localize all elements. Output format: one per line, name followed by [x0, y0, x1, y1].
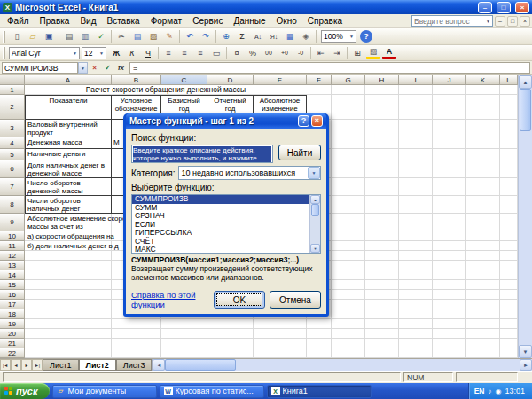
dialog-help-icon[interactable]: ? — [298, 115, 309, 127]
row-header-21[interactable]: 21 — [0, 339, 25, 348]
vertical-scroll-track[interactable] — [519, 89, 532, 345]
cell-H17[interactable] — [365, 300, 399, 309]
cell-H4[interactable] — [365, 137, 399, 149]
cell-J5[interactable] — [433, 149, 466, 160]
cell-L3[interactable] — [500, 120, 518, 137]
cell-K18[interactable] — [466, 309, 500, 319]
question-input[interactable]: Введите вопрос ▼ — [411, 15, 493, 27]
cell-A18[interactable] — [25, 309, 112, 319]
cell-I9[interactable] — [399, 214, 433, 231]
cell-E22[interactable] — [254, 348, 307, 358]
cell-A19[interactable] — [25, 319, 112, 329]
row-header-8[interactable]: 8 — [0, 196, 25, 214]
align-center-icon[interactable]: ≡ — [177, 46, 192, 59]
workbook-minimize-button[interactable]: – — [495, 16, 505, 27]
toolbar-grip[interactable] — [3, 31, 5, 43]
cell-H2[interactable] — [365, 95, 399, 120]
cell-J21[interactable] — [433, 339, 466, 348]
cell-J9[interactable] — [433, 214, 466, 231]
cell-J13[interactable] — [433, 261, 466, 270]
cell-I20[interactable] — [399, 329, 433, 339]
cell-K22[interactable] — [466, 348, 500, 358]
name-box-dropdown-icon[interactable]: ▼ — [78, 62, 88, 74]
cell-H8[interactable] — [365, 196, 399, 214]
cell-L19[interactable] — [500, 319, 518, 329]
cell-E21[interactable] — [254, 339, 307, 348]
first-sheet-icon[interactable]: |◄ — [0, 359, 11, 371]
cell-K20[interactable] — [466, 329, 500, 339]
format-painter-icon[interactable]: ✎ — [162, 30, 176, 43]
font-size-select[interactable]: 12 ▼ — [82, 47, 106, 59]
cell-L21[interactable] — [500, 339, 518, 348]
cell-G1[interactable] — [332, 85, 365, 95]
formula-input[interactable]: = — [129, 62, 530, 74]
sheet-tab-Лист3[interactable]: Лист3 — [116, 359, 153, 371]
cell-F20[interactable] — [307, 329, 332, 339]
column-header-G[interactable]: G — [332, 75, 365, 85]
cell-F22[interactable] — [307, 348, 332, 358]
save-icon[interactable]: ▣ — [42, 30, 56, 43]
function-item-СЧЁТ[interactable]: СЧЁТ — [132, 238, 309, 246]
bold-icon[interactable]: Ж — [109, 46, 123, 59]
borders-icon[interactable]: ⊞ — [350, 46, 364, 59]
italic-icon[interactable]: К — [125, 46, 139, 59]
column-header-H[interactable]: H — [365, 75, 399, 85]
cell-B20[interactable] — [112, 329, 161, 339]
cell-A14[interactable] — [25, 270, 112, 280]
cell-G7[interactable] — [332, 178, 365, 196]
row-header-12[interactable]: 12 — [0, 251, 25, 261]
cell-H20[interactable] — [365, 329, 399, 339]
print-preview-icon[interactable]: ▥ — [78, 30, 92, 43]
cell-L5[interactable] — [500, 149, 518, 160]
cell-J3[interactable] — [433, 120, 466, 137]
spelling-icon[interactable]: ✓ — [94, 30, 108, 43]
sort-descending-icon[interactable]: Я↓ — [267, 30, 281, 43]
row-header-4[interactable]: 4 — [0, 137, 25, 149]
menu-Окно[interactable]: Окно — [271, 15, 302, 27]
cell-H14[interactable] — [365, 270, 399, 280]
column-header-E[interactable]: E — [254, 75, 307, 85]
cell-H15[interactable] — [365, 280, 399, 290]
function-item-СРЗНАЧ[interactable]: СРЗНАЧ — [132, 212, 309, 221]
cell-I11[interactable] — [399, 241, 433, 251]
row-header-11[interactable]: 11 — [0, 241, 25, 251]
align-left-icon[interactable]: ≡ — [161, 46, 176, 59]
cell-K7[interactable] — [466, 178, 500, 196]
cell-L22[interactable] — [500, 348, 518, 358]
column-header-K[interactable]: K — [466, 75, 500, 85]
menu-Справка[interactable]: Справка — [302, 15, 348, 27]
font-name-select[interactable]: Arial Cyr ▼ — [9, 47, 80, 59]
cell-G15[interactable] — [332, 280, 365, 290]
cell-E20[interactable] — [254, 329, 307, 339]
cell-H12[interactable] — [365, 251, 399, 261]
cell-L16[interactable] — [500, 290, 518, 300]
decrease-decimal-icon[interactable]: -0 — [293, 46, 308, 59]
cell-L2[interactable] — [500, 95, 518, 120]
merged-title-cell[interactable]: Расчет скорости обращения денежной массы — [25, 85, 307, 94]
cell-J12[interactable] — [433, 251, 466, 261]
horizontal-scroll-track[interactable] — [165, 359, 520, 371]
cancel-button[interactable]: Отмена — [270, 291, 321, 309]
cell-A8[interactable]: Числи оборотов наличных денег — [25, 196, 112, 214]
last-sheet-icon[interactable]: ►| — [32, 359, 43, 371]
function-list-scroll-thumb[interactable] — [311, 204, 319, 216]
name-box[interactable]: СУММПРОИЗВ — [2, 62, 78, 74]
cell-K3[interactable] — [466, 120, 500, 137]
tray-volume-icon[interactable]: ♪ — [488, 387, 491, 395]
category-dropdown[interactable]: 10 недавно использовавшихся ▼ — [178, 166, 321, 180]
maximize-button[interactable]: □ — [497, 2, 511, 13]
column-header-L[interactable]: L — [500, 75, 518, 85]
redo-icon[interactable]: ↷ — [199, 30, 213, 43]
cell-K21[interactable] — [466, 339, 500, 348]
cell-L1[interactable] — [500, 85, 518, 95]
cell-K2[interactable] — [466, 95, 500, 120]
cell-J6[interactable] — [433, 160, 466, 178]
cell-L14[interactable] — [500, 270, 518, 280]
cell-G6[interactable] — [332, 160, 365, 178]
fill-color-icon[interactable]: ▨ — [366, 46, 380, 59]
cell-L12[interactable] — [500, 251, 518, 261]
help-icon[interactable]: ? — [360, 30, 372, 43]
cell-F1[interactable] — [307, 85, 332, 95]
zoom-box[interactable]: 100%▼ — [321, 30, 356, 43]
currency-icon[interactable]: ¤ — [230, 46, 244, 59]
